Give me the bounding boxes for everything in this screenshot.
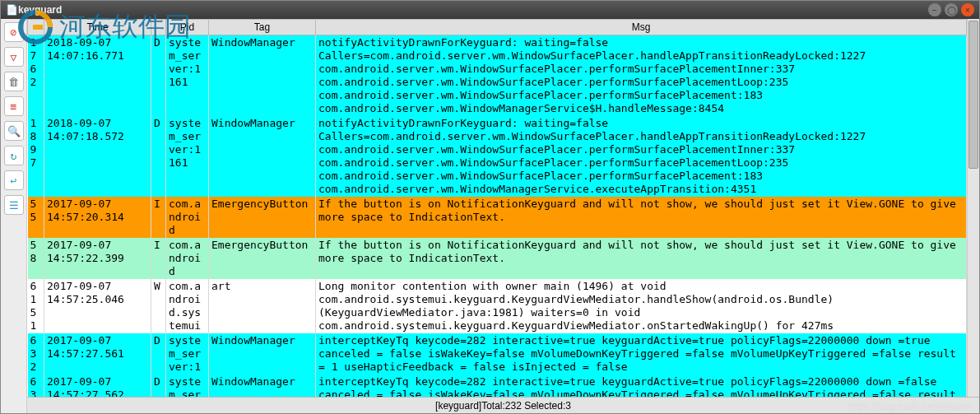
table-cell: 2017-09-07 14:57:25.046 [44,279,151,333]
side-toolbar: ⊘▽🗑≡🔍↻↩☰ [1,19,27,413]
table-cell: WindowManager [209,374,316,397]
table-cell: 6151 [28,279,44,333]
table-cell: system_server:1 [166,374,209,397]
filter-icon[interactable]: ▽ [4,47,24,67]
table-cell: interceptKeyTq keycode=282 interactive=t… [316,374,967,397]
table-cell: com.android [166,238,209,279]
status-bar: [keyguard]Total:232 Selected:3 [27,397,979,413]
table-cell: 1897 [28,116,44,197]
table-cell: system_server:1161 [166,35,209,117]
back-icon[interactable]: ↩ [4,170,24,190]
maximize-button[interactable]: ◯ [945,3,958,16]
app-window: 📄 keyguard − ◯ × ⊘▽🗑≡🔍↻↩☰ TimePidTagMsg … [0,0,980,414]
column-header[interactable]: Time [44,20,151,35]
scrollbar-thumb[interactable] [968,21,978,169]
table-cell: 633 [28,374,44,397]
table-cell: 2017-09-07 14:57:22.399 [44,238,151,279]
table-row[interactable]: 61512017-09-07 14:57:25.046Wcom.android.… [28,279,967,333]
table-cell: D [151,374,166,397]
table-cell: notifyActivityDrawnForKeyguard: waiting=… [316,116,967,197]
table-cell: 2017-09-07 14:57:27.561 [44,333,151,374]
table-cell: 2018-09-07 14:07:16.771 [44,35,151,117]
table-cell: notifyActivityDrawnForKeyguard: waiting=… [316,35,967,117]
minimize-button[interactable]: − [928,3,941,16]
table-cell: 55 [28,197,44,238]
table-cell: WindowManager [209,333,316,374]
table-cell: interceptKeyTq keycode=282 interactive=t… [316,333,967,374]
trash-icon[interactable]: 🗑 [4,72,24,91]
list-icon[interactable]: ☰ [4,195,24,215]
column-header[interactable]: Msg [316,20,967,35]
table-cell: W [151,279,166,333]
table-row[interactable]: 582017-09-07 14:57:22.399Icom.androidEme… [28,238,967,279]
table-cell: com.android [166,197,209,238]
vertical-scrollbar[interactable] [967,19,979,397]
table-cell: com.android.systemui [166,279,209,333]
search-icon[interactable]: 🔍 [4,121,24,141]
log-table-scroll[interactable]: TimePidTagMsg 17622018-09-07 14:07:16.77… [27,19,967,397]
app-icon: 📄 [6,4,18,16]
table-cell: If the button is on NotificationKeyguard… [316,197,967,238]
table-header-row: TimePidTagMsg [28,20,967,35]
table-row[interactable]: 552017-09-07 14:57:20.314Icom.androidEme… [28,197,967,238]
filter-off-icon[interactable]: ⊘ [4,22,24,42]
table-cell: Long monitor contention with owner main … [316,279,967,333]
table-cell: art [209,279,316,333]
table-cell: D [151,333,166,374]
window-title: keyguard [18,4,928,16]
close-button[interactable]: × [961,3,974,16]
table-row[interactable]: 18972018-09-07 14:07:18.572Dsystem_serve… [28,116,967,197]
table-cell: EmergencyButton [209,238,316,279]
table-cell: I [151,197,166,238]
table-cell: system_server:1 [166,333,209,374]
refresh-icon[interactable]: ↻ [4,146,24,165]
table-row[interactable]: 6332017-09-07 14:57:27.562Dsystem_server… [28,374,967,397]
table-cell: 632 [28,333,44,374]
table-cell: system_server:1161 [166,116,209,197]
table-cell: 1762 [28,35,44,117]
column-header[interactable]: Tag [209,20,316,35]
table-cell: D [151,35,166,117]
table-cell: 2017-09-07 14:57:27.562 [44,374,151,397]
table-cell: D [151,116,166,197]
table-cell: EmergencyButton [209,197,316,238]
column-header[interactable]: Pid [166,20,209,35]
table-row[interactable]: 17622018-09-07 14:07:16.771Dsystem_serve… [28,35,967,117]
table-cell: WindowManager [209,35,316,117]
column-header[interactable] [151,20,166,35]
log-table: TimePidTagMsg 17622018-09-07 14:07:16.77… [27,19,967,397]
table-cell: WindowManager [209,116,316,197]
table-cell: I [151,238,166,279]
table-cell: 2018-09-07 14:07:18.572 [44,116,151,197]
table-cell: If the button is on NotificationKeyguard… [316,238,967,279]
titlebar[interactable]: 📄 keyguard − ◯ × [1,1,979,19]
table-row[interactable]: 6322017-09-07 14:57:27.561Dsystem_server… [28,333,967,374]
lines-icon[interactable]: ≡ [4,96,24,116]
table-cell: 58 [28,238,44,279]
table-cell: 2017-09-07 14:57:20.314 [44,197,151,238]
column-header[interactable] [28,20,44,35]
